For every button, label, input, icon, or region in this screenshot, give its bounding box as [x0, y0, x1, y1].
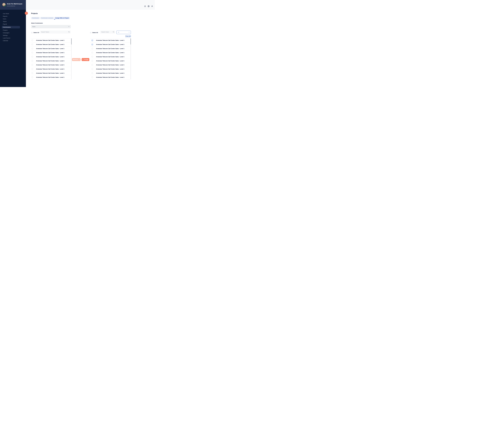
teams-item-label: Armenian Telecom Call Center Sales - Lev… [36, 56, 64, 58]
users-item-checkbox[interactable] [91, 68, 93, 70]
users-item-label: Armenian Telecom Call Center Sales - Lev… [96, 72, 124, 74]
sidebar-nav-item[interactable]: Commissions [2, 26, 20, 28]
chevron-left-icon: ❮ [82, 59, 83, 60]
users-item-checkbox[interactable] [91, 64, 93, 66]
users-list-item[interactable]: Armenian Telecom Call Center Sales - Lev… [90, 67, 131, 71]
users-item-label: Armenian Telecom Call Center Sales - Lev… [96, 68, 124, 70]
teams-item-label: Armenian Telecom Call Center Sales - Lev… [36, 68, 64, 70]
online-status-dot [4, 5, 6, 7]
bell-icon[interactable] [144, 5, 146, 7]
users-search[interactable] [100, 31, 115, 34]
users-list-item[interactable]: Armenian Telecom Call Center Sales - Lev… [90, 38, 131, 43]
teams-select-all-checkbox[interactable] [31, 32, 33, 33]
sidebar-nav-item[interactable]: Projects [0, 29, 26, 32]
teams-list: Armenian Telecom Call Center Sales - Lev… [31, 38, 72, 79]
teams-list-item[interactable]: Armenian Telecom Call Center Sales - Lev… [31, 46, 72, 51]
teams-list-item[interactable]: Armenian Telecom Call Center Sales - Lev… [31, 67, 72, 71]
users-list-item[interactable]: Armenian Telecom Call Center Sales - Lev… [90, 46, 131, 51]
sidebar-nav-item[interactable]: Teams [0, 20, 26, 23]
teams-list-item[interactable]: Armenian Telecom Call Center Sales - Lev… [31, 51, 72, 55]
sidebar-nav-item[interactable]: Payroll [0, 23, 26, 26]
teams-item-checkbox[interactable] [32, 77, 33, 78]
users-list-item[interactable]: Armenian Telecom Call Center Sales - Lev… [90, 51, 131, 55]
clear-all-button[interactable]: Clear All [126, 35, 131, 37]
users-item-checkbox[interactable] [91, 56, 93, 58]
teams-list-item[interactable]: Armenian Telecom Call Center Sales - Lev… [31, 75, 72, 79]
teams-item-checkbox[interactable] [32, 64, 33, 66]
sidebar-nav-item[interactable]: Campaigns [0, 32, 26, 34]
sidebar: Aram Ter-Martirosyan (connecttoboss) Use… [0, 0, 26, 87]
users-list-item[interactable]: Armenian Telecom Call Center Sales - Lev… [90, 43, 131, 47]
sidebar-nav-item[interactable]: Load Source [0, 37, 26, 39]
transfer-actions: Remove ❯ ❮ Assign [72, 58, 89, 61]
users-item-label: Armenian Telecom Call Center Sales - Lev… [96, 60, 124, 62]
sidebar-nav-item[interactable]: User Work [0, 12, 26, 15]
users-list-scrollbar[interactable] [130, 38, 131, 79]
sidebar-nav-item[interactable]: Reports [0, 15, 26, 18]
users-item-checkbox[interactable] [91, 40, 93, 41]
users-list-item[interactable]: Armenian Telecom Call Center Sales - Lev… [90, 63, 131, 67]
users-item-checkbox[interactable] [91, 72, 93, 74]
users-list: Armenian Telecom Call Center Sales - Lev… [90, 38, 131, 79]
users-list-item[interactable]: Armenian Telecom Call Center Sales - Lev… [90, 59, 131, 63]
tab-commission[interactable]: Commission [31, 17, 40, 19]
teams-item-checkbox[interactable] [32, 48, 33, 49]
teams-item-label: Armenian Telecom Call Center Sales - Lev… [36, 44, 64, 45]
sidebar-nav-item-label: Projects [3, 29, 8, 31]
teams-item-checkbox[interactable] [32, 56, 33, 58]
page-title: Projects [31, 12, 38, 14]
teams-item-label: Armenian Telecom Call Center Sales - Lev… [36, 72, 64, 74]
tab-commission-structure[interactable]: Commission structure [40, 17, 54, 19]
users-scrollbar-thumb[interactable] [130, 38, 131, 44]
teams-list-scrollbar[interactable] [71, 38, 72, 79]
teams-item-checkbox[interactable] [32, 40, 33, 41]
users-select-all-checkbox[interactable] [90, 32, 91, 33]
teams-search-input[interactable] [41, 31, 68, 33]
sidebar-nav-item[interactable]: Calendar [0, 39, 26, 42]
topbar-icons [144, 5, 153, 7]
chevron-right-icon: ❯ [79, 59, 80, 60]
users-search-input[interactable] [101, 31, 113, 33]
users-item-checkbox[interactable] [91, 52, 93, 53]
users-list-item[interactable]: Armenian Telecom Call Center Sales - Lev… [90, 75, 131, 79]
sidebar-collapse-button[interactable] [25, 12, 28, 15]
teams-list-item[interactable]: Armenian Telecom Call Center Sales - Lev… [31, 55, 72, 59]
teams-list-item[interactable]: Armenian Telecom Call Center Sales - Lev… [31, 59, 72, 63]
chevron-down-icon [68, 26, 70, 28]
users-item-checkbox[interactable] [91, 44, 93, 45]
users-item-checkbox[interactable] [91, 60, 93, 62]
users-item-label: Armenian Telecom Call Center Sales - Lev… [96, 52, 124, 53]
teams-item-checkbox[interactable] [32, 52, 33, 53]
users-header: Select All [90, 32, 98, 33]
users-item-checkbox[interactable] [91, 77, 93, 78]
teams-list-item[interactable]: Armenian Telecom Call Center Sales - Lev… [31, 71, 72, 75]
teams-list-item[interactable]: Armenian Telecom Call Center Sales - Lev… [31, 63, 72, 67]
users-item-label: Armenian Telecom Call Center Sales - Lev… [96, 56, 124, 58]
users-list-item[interactable]: Armenian Telecom Call Center Sales - Lev… [90, 71, 131, 75]
teams-search[interactable] [40, 31, 71, 34]
teams-list-item[interactable]: Armenian Telecom Call Center Sales - Lev… [31, 43, 72, 47]
user-handle: (connecttoboss) [7, 5, 15, 7]
users-item-checkbox[interactable] [91, 48, 93, 49]
teams-item-label: Armenian Telecom Call Center Sales - Lev… [36, 64, 64, 66]
users-item-label: Armenian Telecom Call Center Sales - Lev… [96, 40, 124, 41]
teams-item-checkbox[interactable] [32, 44, 33, 45]
users-item-label: Armenian Telecom Call Center Sales - Lev… [96, 64, 124, 66]
select-commission-dropdown[interactable]: None [31, 25, 71, 28]
gear-icon[interactable] [148, 5, 150, 7]
assign-button[interactable]: ❮ Assign [82, 58, 89, 61]
user-profile-icon[interactable] [151, 5, 153, 7]
teams-item-checkbox[interactable] [32, 68, 33, 70]
remove-button[interactable]: Remove ❯ [72, 58, 81, 61]
teams-item-checkbox[interactable] [32, 60, 33, 62]
sidebar-nav-item[interactable]: Settings [0, 34, 26, 37]
teams-item-checkbox[interactable] [32, 72, 33, 74]
teams-scrollbar-thumb[interactable] [71, 38, 72, 44]
users-list-item[interactable]: Armenian Telecom Call Center Sales - Lev… [90, 55, 131, 59]
teams-list-item[interactable]: Armenian Telecom Call Center Sales - Lev… [31, 38, 72, 43]
sidebar-nav-item[interactable]: Users [0, 18, 26, 20]
tab-assign-offer-to-project[interactable]: Assign Offer to Project [54, 17, 70, 19]
users-filter-dropdown[interactable]: All [117, 31, 131, 34]
sidebar-user-card[interactable]: Aram Ter-Martirosyan (connecttoboss) [0, 0, 26, 10]
teams-item-label: Armenian Telecom Call Center Sales - Lev… [36, 52, 64, 53]
